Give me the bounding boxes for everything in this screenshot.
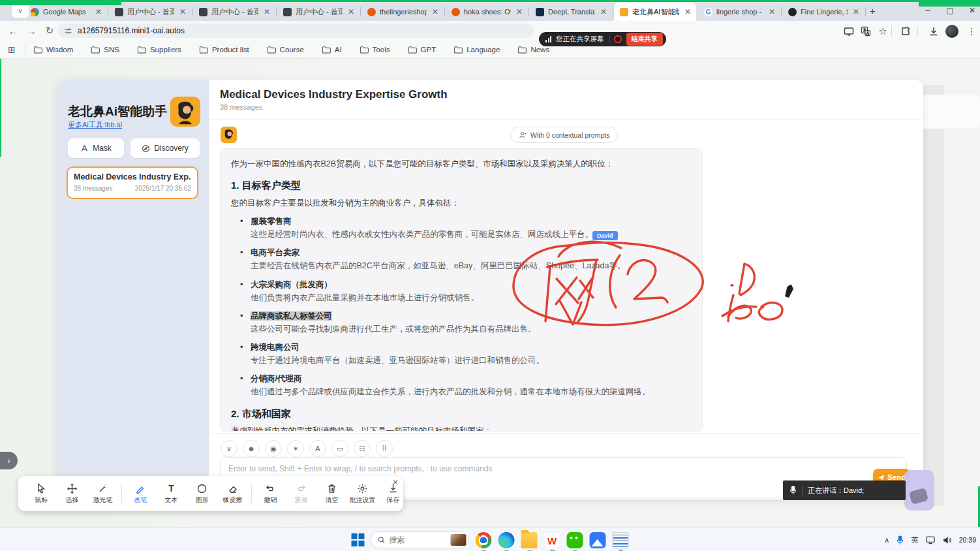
ime-indicator[interactable]: 英 bbox=[911, 535, 919, 545]
speaker-icon[interactable] bbox=[943, 536, 952, 544]
tab-close-icon[interactable]: ✕ bbox=[262, 7, 271, 16]
apps-grid-icon[interactable]: ⠿ bbox=[376, 440, 393, 457]
translate-icon[interactable] bbox=[859, 24, 873, 39]
bookmark-item[interactable]: SNS bbox=[91, 46, 119, 54]
profile-avatar[interactable] bbox=[945, 24, 959, 39]
browser-menu-icon[interactable]: ⋮ bbox=[964, 24, 979, 39]
start-button[interactable] bbox=[352, 533, 365, 546]
tab-close-icon[interactable]: ✕ bbox=[431, 7, 440, 16]
tab-close-icon[interactable]: ✕ bbox=[767, 7, 776, 16]
taskbar-chrome-icon[interactable] bbox=[476, 532, 492, 548]
cast-screen-icon[interactable] bbox=[842, 24, 856, 39]
robot-icon[interactable]: ☷ bbox=[354, 440, 371, 457]
floating-assistant-widget[interactable] bbox=[904, 470, 934, 511]
share-frame-left bbox=[0, 59, 1, 157]
back-icon[interactable]: ← bbox=[5, 23, 21, 39]
tool-label: 图形 bbox=[196, 496, 209, 505]
chevron-double-down-icon[interactable]: ∨ bbox=[221, 440, 237, 457]
taskbar-edge-icon[interactable] bbox=[498, 532, 515, 548]
bookmark-item[interactable]: GPT bbox=[408, 46, 436, 54]
mask-button[interactable]: Mask bbox=[68, 138, 124, 158]
tab-close-icon[interactable]: ✕ bbox=[515, 7, 524, 16]
magic-wand-icon[interactable]: ✶ bbox=[287, 440, 304, 457]
tab-close-icon[interactable]: ✕ bbox=[851, 7, 861, 16]
search-input[interactable] bbox=[390, 535, 446, 544]
bullet-title: 服装零售商 bbox=[251, 217, 292, 226]
bookmark-item[interactable]: AI bbox=[322, 46, 342, 54]
stop-share-button[interactable]: 结束共享 bbox=[626, 33, 663, 46]
font-tool-icon[interactable]: A bbox=[309, 440, 326, 457]
tool-eraser[interactable]: 橡皮擦 bbox=[217, 483, 248, 505]
more-tools-link[interactable]: 更多Ai工具:lbb.ai bbox=[68, 120, 122, 130]
tab-search-chevron-icon[interactable]: v bbox=[12, 3, 29, 18]
taskbar-wps-icon[interactable]: W bbox=[544, 532, 560, 548]
browser-tab[interactable]: 用户中心 - 首页✕ bbox=[109, 3, 191, 21]
tray-clock[interactable]: 20:39 bbox=[959, 536, 976, 544]
browser-tab[interactable]: 老北鼻AI智能助手✕ bbox=[614, 3, 696, 21]
reload-icon[interactable]: ↻ bbox=[42, 23, 57, 39]
tool-shape[interactable]: 图形 bbox=[187, 483, 217, 505]
page-scroll-strip[interactable] bbox=[923, 85, 944, 506]
tool-laser[interactable]: 激光笔 bbox=[87, 483, 118, 505]
tool-pen[interactable]: 画笔 bbox=[125, 483, 156, 505]
browser-tab[interactable]: Google Maps✕ bbox=[25, 3, 107, 21]
extensions-puzzle-icon[interactable] bbox=[898, 24, 913, 39]
browser-tab[interactable]: hoka shoes: Ove✕ bbox=[446, 3, 528, 21]
browser-tab[interactable]: thelingerieshop✕ bbox=[361, 3, 444, 21]
voice-icon[interactable]: ◉ bbox=[265, 440, 282, 457]
network-monitor-icon[interactable] bbox=[926, 536, 936, 544]
tab-close-icon[interactable]: ✕ bbox=[346, 7, 356, 16]
contextual-prompts-pill[interactable]: With 0 contextual prompts bbox=[510, 127, 618, 143]
tool-gear[interactable]: 批注设置 bbox=[347, 483, 378, 505]
browser-tab[interactable]: Fine Lingerie, Sle✕ bbox=[782, 3, 865, 21]
tab-label: 用户中心 - 首页 bbox=[127, 7, 174, 17]
bullet-desc: 这些公司可能会寻找制造商进行代工生产，或将您的产品作为其自有品牌出售。 bbox=[251, 323, 692, 335]
taskbar-wechat-icon[interactable] bbox=[567, 532, 583, 548]
hoka-icon bbox=[452, 8, 460, 16]
tab-close-icon[interactable]: ✕ bbox=[94, 7, 103, 16]
browser-tab[interactable]: 用户中心 - 首页✕ bbox=[277, 3, 360, 21]
bookmark-item[interactable]: Course bbox=[267, 46, 304, 54]
bookmark-star-icon[interactable]: ☆ bbox=[876, 24, 890, 39]
search-highlight-image[interactable] bbox=[451, 534, 467, 546]
bookmark-item[interactable]: News bbox=[517, 46, 549, 54]
annotation-close-icon[interactable]: ✕ bbox=[392, 478, 399, 487]
bookmarks-divider bbox=[25, 45, 25, 54]
browser-tab[interactable]: 用户中心 - 首页✕ bbox=[193, 3, 275, 21]
tool-cursor[interactable]: 鼠标 bbox=[26, 483, 57, 505]
browser-tab[interactable]: DeepL Translate:✕ bbox=[530, 3, 612, 21]
bookmark-item[interactable]: Wisdom bbox=[33, 46, 74, 54]
section1-heading: 1. 目标客户类型 bbox=[231, 178, 692, 193]
bookmark-item[interactable]: Product list bbox=[199, 46, 249, 54]
sidebar-expander-handle[interactable]: › bbox=[0, 452, 18, 469]
tab-close-icon[interactable]: ✕ bbox=[599, 7, 608, 16]
taskbar-notes-icon[interactable] bbox=[613, 532, 629, 548]
image-icon[interactable]: ▭ bbox=[331, 440, 348, 457]
bookmark-item[interactable]: Suppliers bbox=[137, 46, 181, 54]
bullet-dot: • bbox=[240, 341, 243, 354]
tab-close-icon[interactable]: ✕ bbox=[178, 7, 187, 16]
taskbar-search[interactable] bbox=[371, 531, 470, 548]
tool-trash[interactable]: 清空 bbox=[316, 483, 347, 505]
tray-microphone-icon[interactable] bbox=[896, 535, 904, 545]
taskbar-photos-icon[interactable] bbox=[590, 532, 606, 548]
browser-tab[interactable]: Glingerie shop - G✕ bbox=[698, 3, 780, 21]
tool-text[interactable]: T文本 bbox=[156, 483, 187, 505]
tab-close-icon[interactable]: ✕ bbox=[683, 7, 692, 16]
portrait-icon[interactable]: ☻ bbox=[243, 440, 260, 457]
taskbar-explorer-icon[interactable] bbox=[521, 532, 538, 548]
bookmark-item[interactable]: Language bbox=[453, 46, 500, 54]
tray-chevron-icon[interactable]: ∧ bbox=[884, 536, 889, 544]
tool-undo[interactable]: 撤销 bbox=[255, 483, 286, 505]
site-settings-icon[interactable] bbox=[64, 27, 72, 35]
chat-list-item[interactable]: Medical Devices Industry Exp... 38 messa… bbox=[67, 166, 198, 199]
downloads-icon[interactable] bbox=[926, 24, 941, 39]
discovery-button[interactable]: Discovery bbox=[130, 138, 200, 158]
apps-grid-icon[interactable]: ⊞ bbox=[8, 44, 16, 55]
tool-move[interactable]: 选择 bbox=[57, 483, 87, 505]
address-bar[interactable] bbox=[57, 24, 534, 38]
forward-icon[interactable]: → bbox=[23, 23, 39, 39]
url-input[interactable] bbox=[78, 26, 495, 35]
new-tab-button[interactable]: + bbox=[870, 5, 876, 16]
bookmark-item[interactable]: Tools bbox=[360, 46, 390, 54]
